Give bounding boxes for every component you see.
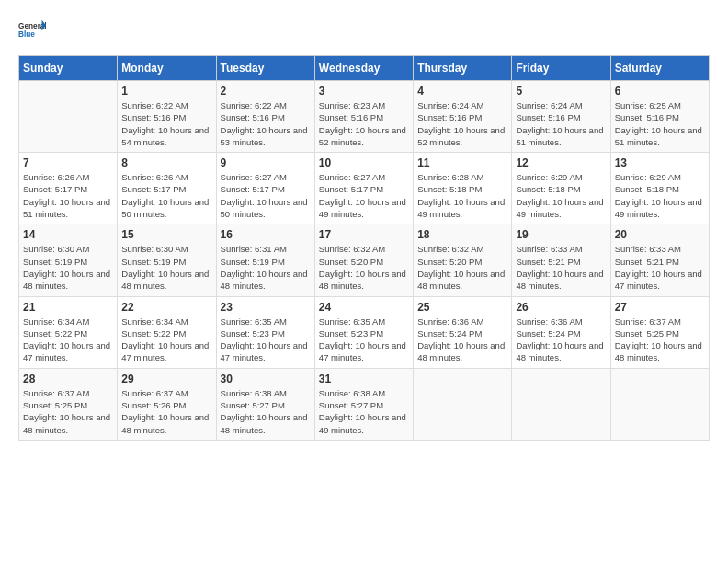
day-info: Sunrise: 6:34 AMSunset: 5:22 PMDaylight:… (23, 316, 113, 364)
calendar-cell: 29Sunrise: 6:37 AMSunset: 5:26 PMDayligh… (118, 368, 216, 440)
day-info: Sunrise: 6:35 AMSunset: 5:23 PMDaylight:… (221, 316, 311, 364)
day-number: 6 (615, 85, 705, 98)
day-number: 21 (23, 301, 113, 314)
calendar-cell: 2Sunrise: 6:22 AMSunset: 5:16 PMDaylight… (216, 81, 314, 153)
day-number: 26 (516, 301, 606, 314)
day-number: 27 (615, 301, 705, 314)
calendar-cell: 16Sunrise: 6:31 AMSunset: 5:19 PMDayligh… (216, 224, 314, 296)
day-info: Sunrise: 6:38 AMSunset: 5:27 PMDaylight:… (221, 387, 311, 436)
day-info: Sunrise: 6:23 AMSunset: 5:16 PMDaylight:… (319, 99, 409, 148)
day-info: Sunrise: 6:33 AMSunset: 5:21 PMDaylight:… (516, 243, 606, 292)
weekday-header-thursday: Thursday (414, 56, 512, 81)
svg-text:Blue: Blue (18, 30, 35, 39)
day-info: Sunrise: 6:32 AMSunset: 5:20 PMDaylight:… (319, 243, 409, 292)
day-number: 10 (319, 156, 409, 169)
day-number: 3 (319, 85, 409, 98)
weekday-header-friday: Friday (512, 56, 610, 81)
day-info: Sunrise: 6:32 AMSunset: 5:20 PMDaylight:… (417, 243, 507, 292)
logo: General Blue (18, 18, 46, 46)
calendar-cell (512, 368, 610, 440)
weekday-header-tuesday: Tuesday (216, 56, 314, 81)
calendar-cell: 8Sunrise: 6:26 AMSunset: 5:17 PMDaylight… (118, 153, 216, 224)
day-info: Sunrise: 6:26 AMSunset: 5:17 PMDaylight:… (23, 171, 113, 220)
day-number: 7 (23, 156, 113, 169)
day-info: Sunrise: 6:37 AMSunset: 5:26 PMDaylight:… (121, 387, 211, 436)
calendar-cell: 3Sunrise: 6:23 AMSunset: 5:16 PMDaylight… (314, 81, 413, 153)
calendar-cell: 12Sunrise: 6:29 AMSunset: 5:18 PMDayligh… (512, 153, 610, 224)
day-info: Sunrise: 6:38 AMSunset: 5:27 PMDaylight:… (319, 387, 409, 436)
calendar-cell: 1Sunrise: 6:22 AMSunset: 5:16 PMDaylight… (118, 81, 216, 153)
day-number: 5 (516, 85, 606, 98)
day-info: Sunrise: 6:36 AMSunset: 5:24 PMDaylight:… (516, 316, 606, 364)
day-number: 18 (417, 228, 507, 241)
calendar-cell: 7Sunrise: 6:26 AMSunset: 5:17 PMDaylight… (19, 153, 118, 224)
day-number: 28 (23, 373, 113, 385)
day-number: 8 (121, 156, 211, 169)
day-number: 22 (121, 301, 211, 314)
logo-icon: General Blue (18, 18, 46, 46)
weekday-header-sunday: Sunday (19, 56, 118, 81)
day-info: Sunrise: 6:22 AMSunset: 5:16 PMDaylight:… (121, 99, 211, 148)
day-info: Sunrise: 6:33 AMSunset: 5:21 PMDaylight:… (615, 243, 705, 292)
week-row-5: 28Sunrise: 6:37 AMSunset: 5:25 PMDayligh… (19, 368, 710, 440)
day-info: Sunrise: 6:34 AMSunset: 5:22 PMDaylight:… (121, 316, 211, 364)
week-row-4: 21Sunrise: 6:34 AMSunset: 5:22 PMDayligh… (19, 296, 710, 368)
day-number: 12 (516, 156, 606, 169)
day-number: 19 (516, 228, 606, 241)
week-row-1: 1Sunrise: 6:22 AMSunset: 5:16 PMDaylight… (19, 81, 710, 153)
day-number: 2 (221, 85, 311, 98)
calendar-cell: 14Sunrise: 6:30 AMSunset: 5:19 PMDayligh… (19, 224, 118, 296)
week-row-3: 14Sunrise: 6:30 AMSunset: 5:19 PMDayligh… (19, 224, 710, 296)
day-info: Sunrise: 6:37 AMSunset: 5:25 PMDaylight:… (23, 387, 113, 436)
day-info: Sunrise: 6:27 AMSunset: 5:17 PMDaylight:… (319, 171, 409, 220)
day-number: 23 (221, 301, 311, 314)
calendar-table: SundayMondayTuesdayWednesdayThursdayFrid… (18, 55, 710, 441)
calendar-cell (414, 368, 512, 440)
day-number: 15 (121, 228, 211, 241)
day-number: 4 (417, 85, 507, 98)
day-number: 30 (221, 373, 311, 385)
day-info: Sunrise: 6:29 AMSunset: 5:18 PMDaylight:… (615, 171, 705, 220)
day-number: 9 (221, 156, 311, 169)
day-info: Sunrise: 6:31 AMSunset: 5:19 PMDaylight:… (221, 243, 311, 292)
day-number: 17 (319, 228, 409, 241)
page-header: General Blue (18, 18, 710, 46)
calendar-cell: 6Sunrise: 6:25 AMSunset: 5:16 PMDaylight… (610, 81, 709, 153)
calendar-cell: 25Sunrise: 6:36 AMSunset: 5:24 PMDayligh… (414, 296, 512, 368)
calendar-cell: 4Sunrise: 6:24 AMSunset: 5:16 PMDaylight… (414, 81, 512, 153)
weekday-header-monday: Monday (118, 56, 216, 81)
day-number: 29 (121, 373, 211, 385)
calendar-cell: 9Sunrise: 6:27 AMSunset: 5:17 PMDaylight… (216, 153, 314, 224)
calendar-cell: 27Sunrise: 6:37 AMSunset: 5:25 PMDayligh… (610, 296, 709, 368)
weekday-header-row: SundayMondayTuesdayWednesdayThursdayFrid… (19, 56, 710, 81)
day-info: Sunrise: 6:30 AMSunset: 5:19 PMDaylight:… (121, 243, 211, 292)
calendar-cell: 18Sunrise: 6:32 AMSunset: 5:20 PMDayligh… (414, 224, 512, 296)
day-number: 25 (417, 301, 507, 314)
calendar-cell: 22Sunrise: 6:34 AMSunset: 5:22 PMDayligh… (118, 296, 216, 368)
calendar-cell: 17Sunrise: 6:32 AMSunset: 5:20 PMDayligh… (314, 224, 413, 296)
calendar-cell: 28Sunrise: 6:37 AMSunset: 5:25 PMDayligh… (19, 368, 118, 440)
day-number: 14 (23, 228, 113, 241)
calendar-cell: 31Sunrise: 6:38 AMSunset: 5:27 PMDayligh… (314, 368, 413, 440)
day-info: Sunrise: 6:27 AMSunset: 5:17 PMDaylight:… (221, 171, 311, 220)
day-info: Sunrise: 6:30 AMSunset: 5:19 PMDaylight:… (23, 243, 113, 292)
calendar-cell: 21Sunrise: 6:34 AMSunset: 5:22 PMDayligh… (19, 296, 118, 368)
day-info: Sunrise: 6:29 AMSunset: 5:18 PMDaylight:… (516, 171, 606, 220)
calendar-cell: 11Sunrise: 6:28 AMSunset: 5:18 PMDayligh… (414, 153, 512, 224)
weekday-header-saturday: Saturday (610, 56, 709, 81)
day-number: 24 (319, 301, 409, 314)
day-number: 1 (121, 85, 211, 98)
day-number: 11 (417, 156, 507, 169)
week-row-2: 7Sunrise: 6:26 AMSunset: 5:17 PMDaylight… (19, 153, 710, 224)
calendar-cell: 26Sunrise: 6:36 AMSunset: 5:24 PMDayligh… (512, 296, 610, 368)
calendar-cell: 5Sunrise: 6:24 AMSunset: 5:16 PMDaylight… (512, 81, 610, 153)
day-info: Sunrise: 6:25 AMSunset: 5:16 PMDaylight:… (615, 99, 705, 148)
calendar-cell: 30Sunrise: 6:38 AMSunset: 5:27 PMDayligh… (216, 368, 314, 440)
calendar-cell (610, 368, 709, 440)
weekday-header-wednesday: Wednesday (314, 56, 413, 81)
day-info: Sunrise: 6:24 AMSunset: 5:16 PMDaylight:… (516, 99, 606, 148)
day-info: Sunrise: 6:37 AMSunset: 5:25 PMDaylight:… (615, 316, 705, 364)
day-info: Sunrise: 6:24 AMSunset: 5:16 PMDaylight:… (417, 99, 507, 148)
calendar-cell: 24Sunrise: 6:35 AMSunset: 5:23 PMDayligh… (314, 296, 413, 368)
day-number: 20 (615, 228, 705, 241)
